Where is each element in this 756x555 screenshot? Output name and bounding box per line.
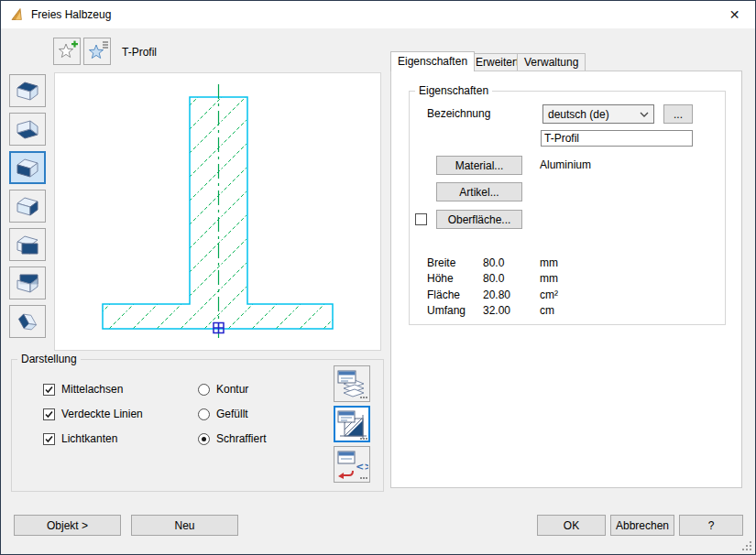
breite-value: 80.0 xyxy=(483,256,504,269)
hoehe-value: 80.0 xyxy=(483,272,504,285)
hoehe-unit: mm xyxy=(540,272,558,285)
bezeichnung-label: Bezeichnung xyxy=(427,107,490,120)
radio-selected-icon xyxy=(198,433,210,445)
hatch-display-icon xyxy=(335,408,368,441)
ok-button[interactable]: OK xyxy=(537,515,606,536)
radio-icon xyxy=(198,408,210,420)
checkbox-verdeckte-linien[interactable]: Verdeckte Linien xyxy=(43,408,143,420)
view-cube-bottom-button[interactable] xyxy=(9,113,46,146)
breite-unit: mm xyxy=(540,256,558,269)
objekt-button[interactable]: Objekt > xyxy=(14,515,121,536)
flaeche-value: 20.80 xyxy=(483,288,510,301)
radio-gefuellt[interactable]: Gefüllt xyxy=(198,408,248,420)
cube-top-icon xyxy=(13,79,42,103)
freies-halbzeug-dialog: Freies Halbzeug ✕ T-Profil xyxy=(0,0,756,555)
checkbox-mittelachsen[interactable]: Mittelachsen xyxy=(43,383,123,396)
radio-icon xyxy=(198,384,210,396)
artikel-button[interactable]: Artikel... xyxy=(436,182,522,201)
name-input[interactable] xyxy=(541,130,693,147)
cube-back-solid-icon xyxy=(13,271,42,296)
language-select[interactable]: deutsch (de) xyxy=(542,104,654,124)
tab-eigenschaften[interactable]: Eigenschaften xyxy=(390,51,475,71)
material-button[interactable]: Material... xyxy=(436,156,522,175)
view-cube-back-button[interactable] xyxy=(9,190,46,223)
favorite-list-button[interactable] xyxy=(83,38,111,65)
umfang-unit: cm xyxy=(540,304,554,317)
language-more-button[interactable]: ... xyxy=(663,104,693,124)
breite-label: Breite xyxy=(427,256,455,269)
view-cube-front-solid-button[interactable] xyxy=(9,228,46,261)
checkbox-label: Verdeckte Linien xyxy=(61,408,143,420)
svg-text:<>: <> xyxy=(356,461,368,473)
favorite-add-button[interactable] xyxy=(53,38,81,65)
radio-kontur[interactable]: Kontur xyxy=(198,383,248,396)
tab-verwaltung[interactable]: Verwaltung xyxy=(517,53,586,71)
eigenschaften-group-title: Eigenschaften xyxy=(415,84,492,97)
oberflaeche-button[interactable]: Oberfläche... xyxy=(436,210,522,229)
view-cube-top-button[interactable] xyxy=(9,74,46,107)
close-icon[interactable]: ✕ xyxy=(714,1,755,28)
star-add-icon xyxy=(54,38,80,64)
cube-iso-icon xyxy=(12,306,43,337)
darstellung-group: Darstellung xyxy=(11,353,384,492)
language-select-value: deutsch (de) xyxy=(548,108,609,121)
help-button[interactable]: ? xyxy=(679,515,743,536)
profile-preview[interactable] xyxy=(54,72,381,351)
checkbox-checked-icon xyxy=(43,433,55,445)
umfang-value: 32.00 xyxy=(483,304,510,317)
view-cube-iso-button[interactable] xyxy=(9,305,46,338)
hoehe-label: Höhe xyxy=(427,272,454,285)
umfang-label: Umfang xyxy=(427,304,466,317)
material-value: Aluminium xyxy=(540,158,591,171)
window-title: Freies Halbzeug xyxy=(31,1,111,28)
oberflaeche-checkbox[interactable] xyxy=(415,213,427,225)
resize-grip[interactable] xyxy=(742,541,751,550)
hicad-logo-icon xyxy=(10,7,25,22)
checkbox-checked-icon xyxy=(43,408,55,420)
view-cube-front-button[interactable] xyxy=(9,151,46,184)
cancel-button[interactable]: Abbrechen xyxy=(610,515,674,536)
neu-button[interactable]: Neu xyxy=(131,515,238,536)
radio-label: Schraffiert xyxy=(216,432,266,445)
t-profile-drawing xyxy=(55,73,380,350)
checkbox-checked-icon xyxy=(43,384,55,396)
flaeche-label: Fläche xyxy=(427,288,460,301)
radio-label: Kontur xyxy=(216,383,248,396)
eigenschaften-tab-panel: Eigenschaften Bezeichnung deutsch (de) .… xyxy=(390,71,742,488)
layers-icon xyxy=(335,367,368,400)
chevron-down-icon xyxy=(640,112,649,117)
t-profile-shape xyxy=(103,97,333,329)
darstellung-group-title: Darstellung xyxy=(17,353,81,365)
radio-schraffiert[interactable]: Schraffiert xyxy=(198,432,266,445)
display-layers-button[interactable] xyxy=(334,365,370,402)
cube-back-icon xyxy=(13,194,42,219)
checkbox-lichtkanten[interactable]: Lichtkanten xyxy=(43,432,117,445)
checkbox-label: Lichtkanten xyxy=(61,432,117,445)
cube-front-solid-icon xyxy=(13,233,42,257)
display-hatched-button[interactable] xyxy=(334,406,370,442)
profile-name-label: T-Profil xyxy=(122,46,157,59)
macro-icon: <> xyxy=(335,448,368,481)
cube-front-icon xyxy=(13,156,42,180)
star-list-icon xyxy=(84,38,110,64)
checkbox-label: Mittelachsen xyxy=(61,383,123,396)
title-bar[interactable]: Freies Halbzeug ✕ xyxy=(1,1,755,28)
view-cube-back-solid-button[interactable] xyxy=(9,267,46,299)
display-macro-button[interactable]: <> xyxy=(334,446,370,483)
cube-bottom-icon xyxy=(13,117,42,142)
flaeche-unit: cm² xyxy=(540,288,558,301)
radio-label: Gefüllt xyxy=(216,408,248,420)
